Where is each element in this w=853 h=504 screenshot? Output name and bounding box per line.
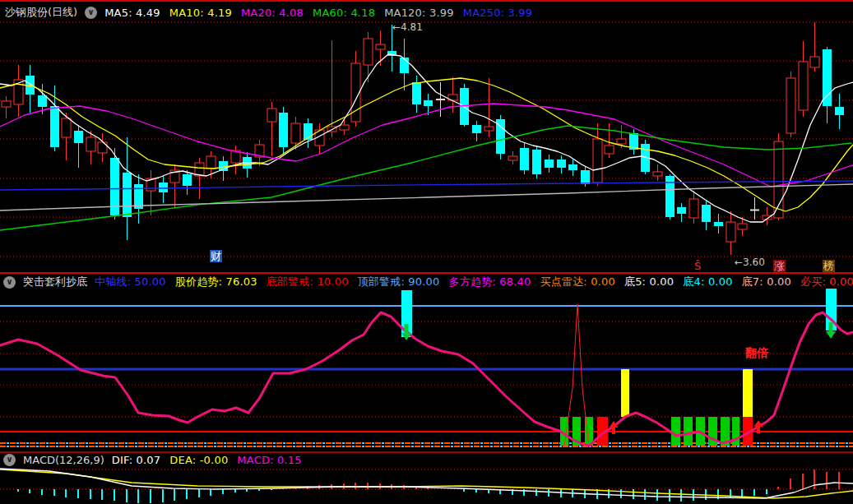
indicator-legend-item: 中轴线: 50.00 [95,275,166,289]
ticker-item: 涨 [773,260,786,272]
candle-up [364,39,373,65]
ma-legend-item: MA10: 4.19 [169,7,232,19]
candle-down [412,82,421,104]
macd-legend-item: DIF: 0.07 [112,454,161,466]
candle-up [62,118,71,137]
stock-app-window: 沙钢股份(日线) ∨ MA5: 4.49MA10: 4.19MA20: 4.08… [0,0,853,504]
ma-legend-item: MA60: 4.18 [313,7,375,19]
indicator-legend-item: 买点雷达: 0.00 [540,275,614,289]
candle-up [653,172,662,176]
candle-up [605,146,614,154]
candle-up [508,156,517,160]
indicator-legend-item: 底部警戒: 10.00 [267,275,349,289]
indicator-legend-item: 底5: 0.00 [624,275,674,289]
macd-title: MACD(12,26,9) [23,454,104,466]
ma-legend-item: MA250: 3.99 [463,7,533,19]
ticker-item: 财 [210,250,222,262]
candle-down [545,160,554,168]
stock-title: 沙钢股份(日线) [5,5,77,20]
indicator-legend-item: 底7: 0.00 [742,275,791,289]
candle-up [267,109,276,122]
candle-down [424,100,433,106]
indicator-legend-item: 顶部警戒: 90.00 [358,275,440,289]
indicator-legend-item: 必买: 0.00 [800,275,853,289]
ticker-item: 榜 [823,260,835,272]
indicator-yellow-bar [621,369,629,417]
indicator-bottom-bar [671,417,680,446]
candle-down [123,173,132,217]
indicator-yellow-bar [743,369,753,417]
price-panel-header: 沙钢股份(日线) ∨ MA5: 4.49MA10: 4.19MA20: 4.08… [5,5,532,20]
candle-up [593,139,602,183]
candle-down [568,164,577,170]
candle-down [74,131,83,143]
candle-up [738,224,747,229]
candle-down [835,107,844,115]
candle-up [484,127,494,131]
candle-down [279,113,288,147]
candle-down [520,148,529,170]
indicator-bottom-bar [684,417,693,446]
candle-up [726,222,735,242]
ticker-item: Ŝ [693,260,702,272]
candle-up [86,137,95,151]
candle-down [714,222,723,226]
candle-down [532,150,541,174]
candle-down [50,106,59,147]
candle-up [206,156,216,169]
candle-up [291,123,300,143]
candle-up [340,125,349,130]
indicator-legend: 中轴线: 50.00股价趋势: 76.03底部警戒: 10.00顶部警戒: 90… [95,275,853,289]
charts-canvas [0,2,853,504]
candle-up [2,101,11,107]
candle-up [617,139,626,144]
collapse-price-panel-icon[interactable]: ∨ [85,7,97,19]
macd-legend-item: DEA: -0.00 [169,454,228,466]
candle-up [786,78,795,133]
macd-dif-line [0,469,853,498]
indicator-legend-item: 股价趋势: 76.03 [175,275,257,289]
macd-panel-header: ∨ MACD(12,26,9) DIF: 0.07DEA: -0.00MACD:… [3,454,302,466]
indicator-title: 突击套利抄底 [23,275,87,289]
candle-down [400,58,409,73]
indicator-legend-item: 多方趋势: 68.40 [449,275,531,289]
price-annotation: ←4.81 [392,21,423,33]
ma-legend-item: MA120: 3.99 [384,7,454,19]
macd-legend-item: MACD: 0.15 [237,454,301,466]
ma-legend-item: MA5: 4.49 [104,7,160,19]
candle-down [677,207,686,214]
candle-down [823,49,832,106]
candle-up [376,44,385,49]
collapse-indicator-panel-icon[interactable]: ∨ [3,276,16,289]
candle-down [472,125,481,133]
candle-up [799,62,808,110]
candle-down [159,183,168,192]
ma-legend: MA5: 4.49MA10: 4.19MA20: 4.08MA60: 4.18M… [104,7,532,19]
indicator-panel-header: ∨ 突击套利抄底 中轴线: 50.00股价趋势: 76.03底部警戒: 10.0… [3,275,853,289]
candle-down [702,205,711,222]
indicator-legend-item: 底4: 0.00 [683,275,732,289]
collapse-macd-panel-icon[interactable]: ∨ [3,454,16,466]
price-annotation: ←3.60 [735,257,765,268]
ma-legend-item: MA20: 4.08 [241,7,304,19]
candle-down [557,160,566,168]
candle-up [810,57,819,67]
macd-dea-line [0,469,853,498]
candle-down [38,95,47,107]
candle-down [581,170,590,184]
candle-up [689,199,698,218]
macd-legend: DIF: 0.07DEA: -0.00MACD: 0.15 [112,454,302,466]
candle-down [183,174,192,186]
signal-label-fanbei: 翻倍 [745,346,768,361]
